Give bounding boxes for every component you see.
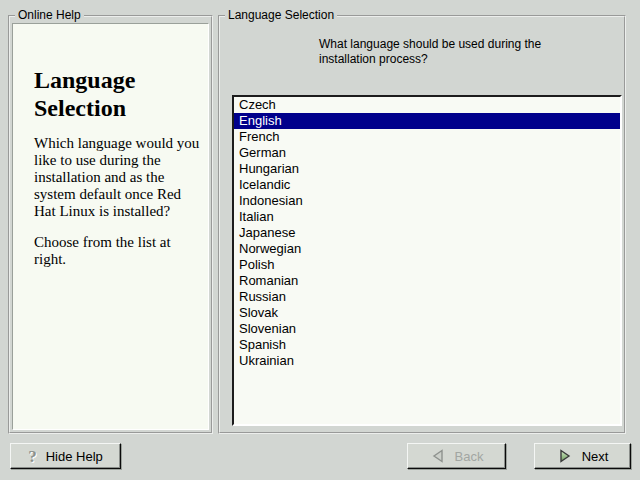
language-question: What language should be used during the … xyxy=(319,37,569,67)
next-button-label: Next xyxy=(582,449,609,464)
language-list-item[interactable]: Hungarian xyxy=(234,161,620,177)
language-list-item[interactable]: Indonesian xyxy=(234,193,620,209)
left-triangle-icon xyxy=(430,448,446,464)
online-help-frame: Online Help Language Selection Which lan… xyxy=(8,15,213,434)
hide-help-button-label: Hide Help xyxy=(46,449,103,464)
language-list-item[interactable]: Japanese xyxy=(234,225,620,241)
language-list-item[interactable]: Italian xyxy=(234,209,620,225)
help-paragraph: Choose from the list at right. xyxy=(34,234,202,268)
next-button[interactable]: Next xyxy=(534,443,631,469)
language-list-item[interactable]: Polish xyxy=(234,257,620,273)
language-list-item[interactable]: Spanish xyxy=(234,337,620,353)
hide-help-button[interactable]: ? Hide Help xyxy=(10,443,121,469)
language-list-item[interactable]: Czech xyxy=(234,97,620,113)
language-list-item[interactable]: Slovenian xyxy=(234,321,620,337)
language-list-item[interactable]: Norwegian xyxy=(234,241,620,257)
back-button-label: Back xyxy=(455,449,484,464)
language-list-item[interactable]: German xyxy=(234,145,620,161)
language-list-item[interactable]: English xyxy=(234,113,620,129)
help-title: Language Selection xyxy=(34,66,204,122)
language-list[interactable]: CzechEnglishFrenchGermanHungarianIceland… xyxy=(232,95,622,426)
online-help-content: Language Selection Which language would … xyxy=(12,23,209,430)
help-paragraph: Which language would you like to use dur… xyxy=(34,135,202,220)
language-list-item[interactable]: Slovak xyxy=(234,305,620,321)
language-selection-frame: Language Selection What language should … xyxy=(218,15,626,434)
right-triangle-icon xyxy=(557,448,573,464)
language-list-item[interactable]: Ukrainian xyxy=(234,353,620,369)
language-list-item[interactable]: French xyxy=(234,129,620,145)
online-help-frame-label: Online Help xyxy=(15,8,84,22)
installer-window: Online Help Language Selection Which lan… xyxy=(0,0,640,480)
language-list-item[interactable]: Icelandic xyxy=(234,177,620,193)
question-mark-icon: ? xyxy=(28,448,37,465)
language-list-item[interactable]: Romanian xyxy=(234,273,620,289)
language-selection-frame-label: Language Selection xyxy=(225,8,337,22)
back-button[interactable]: Back xyxy=(407,443,506,469)
language-list-item[interactable]: Russian xyxy=(234,289,620,305)
